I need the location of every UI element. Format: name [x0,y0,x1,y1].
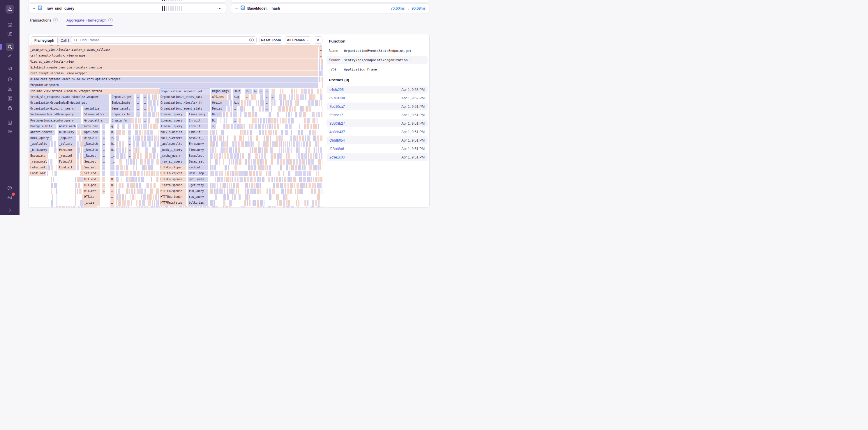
flamegraph-frame[interactable]: timese…_query [160,112,186,117]
flamegraph-frame[interactable]: _… [111,165,115,171]
flamegraph-frame[interactable]: Time…it__ [188,130,208,135]
flamegraph-frame[interactable]: HTTPCo…sponse [160,188,186,194]
tab-aggregate-flamegraph[interactable]: Aggregate Flamegraph ? [66,18,113,26]
flamegraph-frame[interactable]: Dem…ss [211,106,226,112]
flamegraph-frame[interactable]: bulk…ries [188,200,208,206]
flamegraph-frame[interactable]: … [233,118,237,124]
flamegraph-frame[interactable]: Erro…it__ [188,124,208,129]
flamegraph-frame[interactable]: raw_…uery [188,194,208,200]
flamegraph-frame[interactable]: Abstr…arch [58,124,76,129]
flamegraph-frame[interactable]: Organ…args [211,89,231,94]
flamegraph-frame[interactable]: … [128,153,131,159]
sidebar-item-performance[interactable] [6,52,14,60]
flamegraph-frame[interactable]: r… [111,135,115,141]
flamegraph-frame[interactable]: Grou…ons [83,124,100,129]
flamegraph-frame[interactable]: Endpoint.dispatch [29,83,318,88]
profile-link[interactable]: c4efc205 [330,88,344,92]
flamegraph-frame[interactable]: View.as_view.<locals>.view [29,59,318,65]
flamegraph-frame[interactable]: … [265,94,269,100]
flamegraph-frame[interactable]: HTT…est [83,188,100,194]
flamegraph-frame[interactable]: … [111,206,115,208]
flamegraph-frame[interactable]: … [102,130,105,135]
duration-after-link[interactable]: 90.68ms [411,6,426,10]
flamegraph-frame[interactable]: HTTPCo…rlopen [160,165,186,171]
flamegraph-frame[interactable]: cach…et__ [188,165,208,171]
flamegraph-frame[interactable]: Organ…s>.fn [111,112,134,117]
flamegraph-frame[interactable]: HTT…pen [83,183,100,188]
flamegraph-toggle-button[interactable]: Flamegraph [31,36,58,44]
flamegraph-frame[interactable]: … [128,130,131,135]
flamegraph-frame[interactable]: Base…lect [188,153,208,159]
flamegraph-frame[interactable]: HTT…end [83,177,100,182]
flamegraph-frame[interactable]: bulk_…query [29,135,53,141]
flamegraph-frame[interactable]: Exec…tor [58,147,76,153]
profile-link[interactable]: 7bd10ca7 [330,104,345,109]
flamegraph-frame[interactable]: Organi…t.get [111,94,134,100]
flamegraph-frame[interactable]: … [128,124,131,129]
flamegraph-frame[interactable]: Gener…esult [111,106,134,112]
flamegraph-frame[interactable]: OrganizationG…point._search [29,106,81,112]
flamegraph-frame[interactable]: Organization…_event_stats [160,106,210,112]
flamegraph-frame[interactable]: … [102,165,105,171]
flamegraph-frame[interactable]: Group…attrs [83,118,108,124]
flamegraph-frame[interactable]: Organization….<locals>.fn [160,100,210,106]
chevron-down-icon[interactable] [235,7,238,10]
flamegraph-frame[interactable]: Ses…est [83,165,100,171]
flamegraph-frame[interactable]: Time…uery [188,147,208,153]
flamegraph-frame[interactable]: Organization…t_stats_data [160,94,210,100]
flamegraph-frame[interactable]: HTTPCo…sponse [160,177,186,182]
flamegraph-frame[interactable]: SiloLimit.create_override.<locals>.overr… [29,65,318,70]
flamegraph-frame[interactable]: D… [211,118,217,124]
flamegraph-frame[interactable]: … [143,112,147,117]
profile-link[interactable]: 35508b27 [330,121,345,126]
flamegraph-frame[interactable]: HTT…se [83,194,100,200]
sidebar-item-feedback[interactable] [6,64,14,72]
flamegraph-frame[interactable]: _in…se [83,200,100,206]
flamegraph-frame[interactable]: timese…_query [160,118,186,124]
flamegraph-frame[interactable]: Stream…attrs [83,112,108,117]
flamegraph-frame[interactable]: Condi…wait [29,171,46,176]
flamegraph-frame[interactable]: … [319,47,322,53]
flamegraph-frame[interactable]: Base…_map [188,171,208,176]
flamegraph-frame[interactable]: … [143,106,147,112]
find-frames-input[interactable] [79,38,248,42]
flamegraph-frame[interactable]: _raw_s…_query [160,159,186,164]
flamegraph-frame[interactable]: … [128,141,131,147]
flamegraph-frame[interactable]: … [111,200,115,206]
flamegraph-frame[interactable]: … [122,124,125,129]
sidebar-item-settings[interactable] [6,127,14,135]
flamegraph-frame[interactable]: API…ons [211,94,227,100]
flamegraph-frame[interactable]: G… [253,89,258,94]
flamegraph-frame[interactable]: … [245,94,249,100]
flamegraph-frame[interactable]: _apply…esults [160,141,186,147]
flamegraph-frame[interactable]: RpcS…hod [83,130,100,135]
flamegraph-frame[interactable]: s…g [233,94,240,100]
flamegraph-frame[interactable]: … [136,112,140,117]
flamegraph-frame[interactable]: … [136,94,140,100]
sidebar-item-replays[interactable] [6,75,14,83]
flamegraph-frame[interactable]: b… [111,141,115,147]
flamegraph-frame[interactable]: b… [111,147,115,153]
flamegraph-frame[interactable]: … [102,124,105,129]
flamegraph-frame[interactable]: HTTPRe….begin [160,194,186,200]
flamegraph-frame[interactable]: _Re…est [83,153,100,159]
flamegraph-frame[interactable]: isolate_view_method.<locals>.wrapped_met… [29,89,160,94]
flamegraph-frame[interactable]: q… [111,124,115,129]
flamegraph-frame[interactable]: Base…it__ [188,135,208,141]
flamegraph-frame[interactable]: _app…lts [58,135,76,141]
flamegraph-frame[interactable]: H… [111,183,115,188]
flamegraph-frame[interactable]: Da…id [211,112,222,117]
flamegraph-frame[interactable]: s… [211,124,216,129]
profile-link[interactable]: 4a8eb437 [330,130,345,134]
sidebar-item-collapse-sidebar[interactable] [6,206,14,214]
flamegraph-frame[interactable]: times…uery [188,112,208,117]
ellipsis-menu-icon[interactable] [218,8,221,9]
profile-link[interactable]: 2c3e1c00 [330,155,345,159]
flamegraph-frame[interactable]: Orga…a_fn [111,118,131,124]
flamegraph-frame[interactable]: _bulk…uery [29,147,49,153]
flamegraph-frame[interactable]: … [128,135,131,141]
flamegraph-frame[interactable]: … [102,147,105,153]
flamegraph-frame[interactable]: Execu…ator [29,153,48,159]
flamegraph-frame-selected[interactable]: Organization…Endpoint.get [160,89,210,94]
flamegraph-frame[interactable]: A…s [233,100,240,106]
